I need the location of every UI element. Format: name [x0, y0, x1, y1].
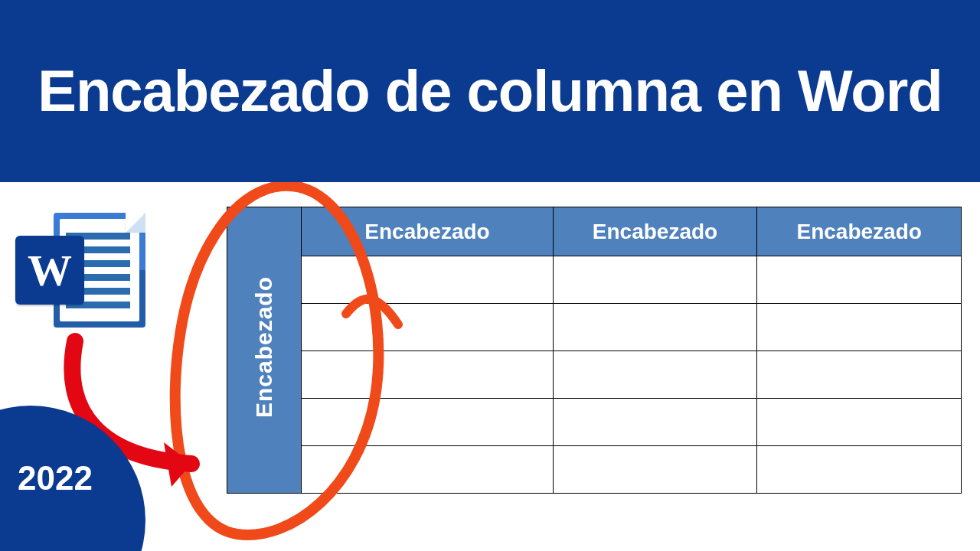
table-row — [227, 256, 962, 304]
year-badge: 2022 — [0, 406, 145, 551]
word-badge-icon: W — [15, 236, 84, 305]
content-area: W Encabezado Encabezado Encabezado Encab… — [0, 182, 980, 551]
col-header-2: Encabezado — [553, 207, 757, 256]
word-badge-letter: W — [28, 245, 72, 296]
col-header-1: Encabezado — [302, 207, 553, 256]
header-row: Encabezado Encabezado Encabezado Encabez… — [227, 207, 962, 256]
table-row — [227, 351, 962, 399]
col-header-3: Encabezado — [757, 207, 962, 256]
title-banner: Encabezado de columna en Word — [0, 0, 980, 182]
year-label: 2022 — [18, 459, 93, 497]
arrow-head-icon — [164, 442, 191, 487]
demo-table: Encabezado Encabezado Encabezado Encabez… — [227, 207, 962, 494]
table-row — [227, 399, 962, 446]
table-row — [227, 446, 962, 494]
table-row — [227, 304, 962, 351]
row-header-label: Encabezado — [251, 276, 277, 418]
page-title: Encabezado de columna en Word — [38, 60, 942, 122]
row-header-cell: Encabezado — [227, 207, 302, 494]
word-app-icon: W — [15, 213, 145, 328]
